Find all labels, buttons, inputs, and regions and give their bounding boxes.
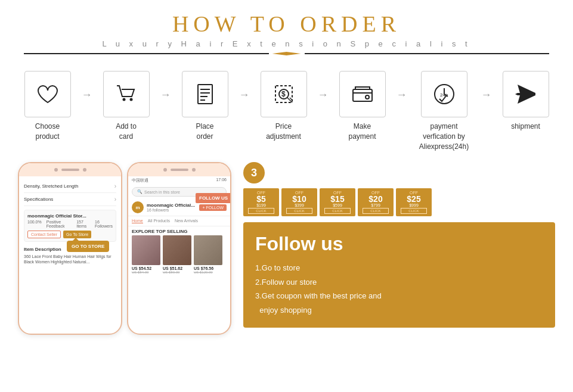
step-icon-box-plane	[503, 71, 549, 117]
step-icon-box-clock: 24h	[421, 71, 467, 117]
phone1-row-density: Density, Stretched Length ›	[24, 180, 116, 193]
phone2-follow-banner: FOLLOW US	[196, 193, 231, 203]
step-label-choose-product: Chooseproduct	[35, 122, 60, 142]
phone2-camera	[163, 168, 167, 172]
phones-area: Density, Stretched Length › Specificatio…	[18, 162, 231, 335]
arrow-4: →	[318, 71, 329, 101]
phone1-store-info: moonmagic Official Stor... 100.0% Positi…	[24, 210, 116, 242]
product-img-3	[194, 235, 222, 265]
right-info: 3 OFF $5 $199 CLICK OFF $10 $399 CLICK O…	[243, 162, 555, 335]
coupon-25-thresh: $999	[401, 203, 427, 207]
phone2-nav[interactable]: Home All Products New Arrivals	[128, 216, 230, 226]
phone1-speaker	[61, 169, 79, 171]
step-icon-box-cart	[103, 71, 150, 117]
main-title: HOW TO ORDER	[0, 11, 573, 37]
plane-icon	[513, 81, 539, 107]
step-label-add-to-card: Add tocard	[116, 122, 137, 142]
clock-check-icon: 24h	[431, 81, 457, 107]
phone1-followers: 16 Followers	[95, 220, 113, 228]
sub-title: L u x u r y H a i r E x t e n s i o n S …	[0, 39, 573, 48]
coupon-5-amount: $5	[248, 195, 274, 203]
step-choose-product: Chooseproduct	[15, 71, 80, 142]
coupon-bar: OFF $5 $199 CLICK OFF $10 $399 CLICK OFF…	[243, 188, 555, 216]
follow-step-3: 3.Get coupon with the best price and enj…	[255, 289, 543, 317]
svg-point-1	[129, 98, 132, 101]
coupon-15-click[interactable]: CLICK	[324, 208, 351, 214]
phone2-nav-arrivals[interactable]: New Arrivals	[175, 219, 198, 223]
product-item-1: US $54.52 US $84.00	[132, 235, 160, 274]
coupon-10-click[interactable]: CLICK	[286, 208, 312, 214]
svg-line-11	[290, 98, 292, 100]
step-make-payment: Makepayment	[330, 71, 395, 142]
coupon-item-15: OFF $15 $599 CLICK	[320, 188, 355, 216]
phone1-top-bar	[19, 163, 121, 176]
phone1-feedback: 100.0%	[27, 220, 42, 228]
follow-us-steps: 1.Go to store 2.Follow our store 3.Get c…	[255, 261, 543, 317]
product-price-orig-2: US $80.00	[163, 270, 191, 274]
page-header: HOW TO ORDER L u x u r y H a i r E x t e…	[0, 0, 573, 60]
step-payment-verification: 24h paymentverfication byAliexpress(24h)	[408, 71, 480, 151]
phone1-camera	[54, 168, 58, 172]
step-icon-box-heart	[24, 71, 71, 117]
product-price-orig-3: US $120.00	[194, 270, 222, 274]
phone1-spec-arrow: ›	[114, 196, 116, 203]
phone1-store-buttons[interactable]: Contact Seller Go To Store	[27, 231, 113, 238]
phone2-follow-btn[interactable]: + FOLLOW	[199, 204, 227, 211]
step-place-order: Placeorder	[172, 71, 238, 142]
phone2-camera2	[192, 168, 196, 172]
phone2-search-placeholder: Search in this store	[144, 190, 180, 194]
coupon-20-click[interactable]: CLICK	[363, 208, 389, 214]
phone2-product-grid: US $54.52 US $84.00 US $51.62 US $80.00 …	[128, 235, 230, 274]
phone2-store-name: moonmagic Official...	[147, 203, 196, 208]
phone2-store-avatar: m	[132, 201, 144, 213]
coupon-25-click[interactable]: CLICK	[401, 208, 427, 214]
phone-mockup-1: Density, Stretched Length › Specificatio…	[18, 162, 122, 335]
phone1-contact-btn[interactable]: Contact Seller	[27, 231, 61, 238]
cart-icon	[113, 81, 140, 107]
product-item-2: US $51.62 US $80.00	[163, 235, 191, 274]
phone2-explore-title: EXPLORE TOP SELLING	[128, 226, 230, 235]
coupon-10-amount: $10	[286, 195, 312, 203]
follow-us-title: Follow us	[255, 233, 543, 255]
coupon-15-amount: $15	[324, 195, 351, 203]
phone1-store-stats: 100.0% Positive Feedback 157 Items 16 Fo…	[27, 220, 113, 228]
arrow-1: →	[82, 71, 92, 101]
phone1-camera2	[83, 168, 86, 172]
product-item-3: US $76.56 US $120.00	[194, 235, 222, 274]
phone1-go-store-bubble[interactable]: GO TO STORE	[67, 241, 109, 252]
step-label-price-adjustment: Priceadjustment	[266, 122, 301, 142]
phone2-nav-home[interactable]: Home	[132, 219, 143, 223]
coupon-10-thresh: $399	[286, 203, 312, 207]
product-img-2	[163, 235, 191, 265]
coupon-5-click[interactable]: CLICK	[248, 208, 274, 214]
step-shipment: shipment	[493, 71, 559, 132]
dollar-scissors-icon: $	[271, 81, 297, 107]
step3-badge: 3	[243, 162, 265, 183]
phone2-carrier: 中国联通	[132, 178, 148, 183]
steps-row: Chooseproduct → Add tocard → Placeorder	[0, 60, 573, 157]
step-add-to-card: Add tocard	[94, 71, 159, 142]
phone2-top-bar	[128, 163, 230, 176]
phone2-time: 17:06	[216, 178, 227, 183]
svg-line-10	[287, 98, 292, 102]
phone1-items: 157 Items	[76, 220, 90, 228]
coupon-item-5: OFF $5 $199 CLICK	[243, 188, 279, 216]
svg-rect-12	[353, 89, 372, 101]
phone1-store-name: moonmagic Official Stor...	[27, 213, 113, 219]
phone2-store-info-text: moonmagic Official... 16 followers	[147, 203, 196, 212]
follow-step-2: 2.Follow our store	[255, 275, 543, 289]
divider	[24, 52, 549, 55]
wallet-icon	[349, 81, 376, 107]
coupon-20-amount: $20	[363, 195, 389, 203]
step-label-place-order: Placeorder	[196, 122, 213, 142]
coupon-15-thresh: $599	[324, 203, 351, 207]
product-price-2: US $51.62	[163, 266, 191, 270]
phone2-nav-products[interactable]: All Products	[148, 219, 170, 223]
search-icon: 🔍	[137, 189, 143, 194]
phone-mockup-2: 中国联通 17:06 🔍 Search in this store FOLLOW…	[127, 162, 231, 335]
phone1-spec-label: Specifications	[24, 197, 53, 202]
phone2-speaker	[171, 169, 188, 171]
svg-rect-2	[198, 85, 212, 104]
coupon-20-thresh: $799	[363, 203, 389, 207]
phone2-followers: 16 followers	[147, 208, 196, 212]
